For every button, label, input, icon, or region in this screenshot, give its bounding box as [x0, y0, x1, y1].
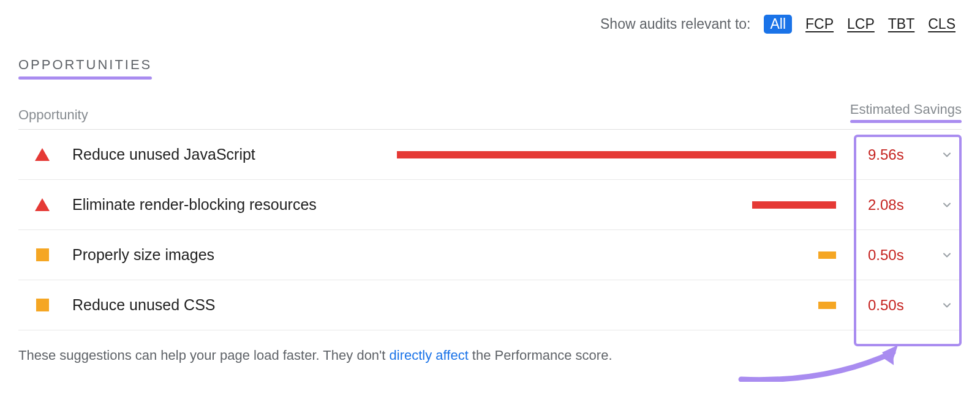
savings-bar — [752, 201, 836, 209]
filter-tab-cls[interactable]: CLS — [928, 16, 956, 32]
filter-tab-all[interactable]: All — [764, 15, 792, 34]
fail-triangle-icon — [35, 148, 50, 161]
table-header-row: Opportunity Estimated Savings — [18, 102, 962, 130]
opportunity-row[interactable]: Reduce unused JavaScript 9.56s — [18, 130, 962, 180]
footnote: These suggestions can help your page loa… — [18, 348, 962, 363]
savings-cell: 0.50s — [854, 247, 962, 264]
chevron-down-icon[interactable] — [941, 249, 953, 261]
fail-triangle-icon — [35, 198, 50, 211]
opportunity-title: Properly size images — [72, 246, 214, 264]
opportunities-table: Opportunity Estimated Savings Reduce unu… — [18, 102, 962, 330]
savings-cell: 0.50s — [854, 297, 962, 314]
status-cell — [18, 198, 66, 211]
opportunity-row[interactable]: Reduce unused CSS 0.50s — [18, 280, 962, 330]
status-cell — [18, 299, 66, 311]
warn-square-icon — [36, 248, 49, 261]
filter-tab-fcp[interactable]: FCP — [805, 16, 834, 32]
savings-cell: 9.56s — [854, 146, 962, 163]
savings-bar — [818, 302, 836, 309]
savings-bar — [818, 251, 836, 259]
opportunity-title: Eliminate render-blocking resources — [72, 196, 317, 214]
audit-filter-row: Show audits relevant to: All FCP LCP TBT… — [18, 11, 962, 46]
footnote-pre: These suggestions can help your page loa… — [18, 348, 390, 363]
savings-bar-area — [239, 302, 836, 309]
savings-header-underline-annotation — [850, 120, 962, 123]
opportunity-title: Reduce unused CSS — [72, 296, 215, 314]
savings-value: 2.08s — [868, 196, 904, 214]
status-cell — [18, 248, 66, 261]
savings-bar — [397, 151, 836, 158]
opportunity-title: Reduce unused JavaScript — [72, 146, 255, 163]
savings-bar-area — [341, 201, 836, 209]
status-cell — [18, 148, 66, 161]
opportunity-row[interactable]: Properly size images 0.50s — [18, 230, 962, 280]
savings-bar-area — [239, 251, 836, 259]
col-header-savings: Estimated Savings — [850, 102, 962, 117]
chevron-down-icon[interactable] — [941, 149, 953, 161]
section-heading-wrap: OPPORTUNITIES — [18, 46, 152, 80]
footnote-link[interactable]: directly affect — [390, 348, 469, 363]
chevron-down-icon[interactable] — [941, 199, 953, 211]
savings-value: 9.56s — [868, 146, 904, 163]
footnote-post: the Performance score. — [469, 348, 612, 363]
savings-value: 0.50s — [868, 247, 904, 264]
filter-label: Show audits relevant to: — [600, 16, 750, 32]
savings-bar-area — [280, 151, 836, 158]
chevron-down-icon[interactable] — [941, 299, 953, 311]
col-header-savings-wrap: Estimated Savings — [850, 102, 962, 123]
warn-square-icon — [36, 299, 49, 311]
col-header-opportunity: Opportunity — [18, 107, 88, 123]
filter-tab-tbt[interactable]: TBT — [888, 16, 914, 32]
savings-value: 0.50s — [868, 297, 904, 314]
heading-underline-annotation — [18, 76, 152, 80]
opportunity-row[interactable]: Eliminate render-blocking resources 2.08… — [18, 180, 962, 230]
filter-tab-lcp[interactable]: LCP — [847, 16, 875, 32]
opportunities-heading: OPPORTUNITIES — [18, 57, 152, 73]
savings-cell: 2.08s — [854, 196, 962, 214]
